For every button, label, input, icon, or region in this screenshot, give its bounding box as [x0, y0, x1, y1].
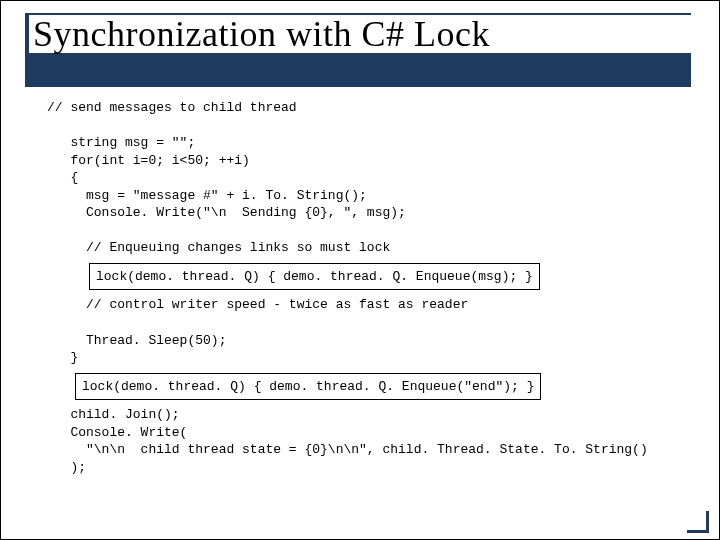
code-line: // control writer speed - twice as fast …	[47, 296, 685, 314]
code-line	[47, 117, 685, 135]
code-line: Thread. Sleep(50);	[47, 332, 685, 350]
code-line: child. Join();	[47, 406, 685, 424]
code-line: string msg = "";	[47, 134, 685, 152]
code-line: );	[47, 459, 685, 477]
code-line: // Enqueuing changes links so must lock	[47, 239, 685, 257]
code-line: // send messages to child thread	[47, 99, 685, 117]
lock-box-1: lock(demo. thread. Q) { demo. thread. Q.…	[89, 263, 540, 291]
title-region: Synchronization with C# Lock	[25, 13, 691, 81]
code-block: // send messages to child thread string …	[47, 99, 685, 476]
code-line: Console. Write(	[47, 424, 685, 442]
code-line: Console. Write("\n Sending {0}, ", msg);	[47, 204, 685, 222]
code-line	[47, 314, 685, 332]
code-line: }	[47, 349, 685, 367]
code-line	[47, 222, 685, 240]
title-bar	[25, 53, 691, 87]
slide: Synchronization with C# Lock // send mes…	[0, 0, 720, 540]
code-line: msg = "message #" + i. To. String();	[47, 187, 685, 205]
corner-accent	[687, 511, 709, 533]
lock-box-2: lock(demo. thread. Q) { demo. thread. Q.…	[75, 373, 541, 401]
code-line: {	[47, 169, 685, 187]
lock-box-1-wrap: lock(demo. thread. Q) { demo. thread. Q.…	[89, 263, 685, 291]
slide-title: Synchronization with C# Lock	[33, 13, 490, 55]
code-line: for(int i=0; i<50; ++i)	[47, 152, 685, 170]
lock-box-2-wrap: lock(demo. thread. Q) { demo. thread. Q.…	[75, 373, 685, 401]
code-line: "\n\n child thread state = {0}\n\n", chi…	[47, 441, 685, 459]
